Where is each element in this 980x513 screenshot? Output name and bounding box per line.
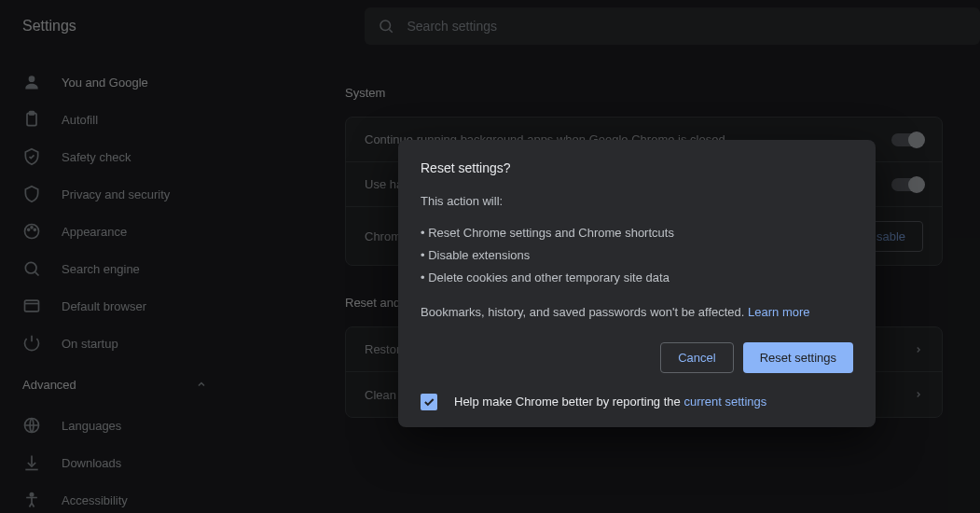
dialog-bullets: • Reset Chrome settings and Chrome short… — [421, 224, 853, 287]
bullet-item-0: • Reset Chrome settings and Chrome short… — [421, 224, 853, 243]
dialog-title: Reset settings? — [421, 160, 853, 175]
cancel-button[interactable]: Cancel — [660, 342, 733, 373]
reset-settings-dialog: Reset settings? This action will: • Rese… — [398, 140, 876, 427]
report-checkbox[interactable] — [421, 394, 437, 410]
learn-more-link[interactable]: Learn more — [748, 305, 809, 319]
bullet-item-1: • Disable extensions — [421, 246, 853, 265]
current-settings-link[interactable]: current settings — [683, 395, 766, 409]
dialog-intro: This action will: — [421, 192, 853, 211]
footer-label: Help make Chrome better by reporting the… — [454, 395, 766, 409]
dialog-note: Bookmarks, history, and saved passwords … — [421, 303, 853, 322]
bullet-item-2: • Delete cookies and other temporary sit… — [421, 269, 853, 287]
dialog-footer: Help make Chrome better by reporting the… — [421, 394, 853, 410]
reset-settings-button[interactable]: Reset settings — [743, 342, 853, 373]
